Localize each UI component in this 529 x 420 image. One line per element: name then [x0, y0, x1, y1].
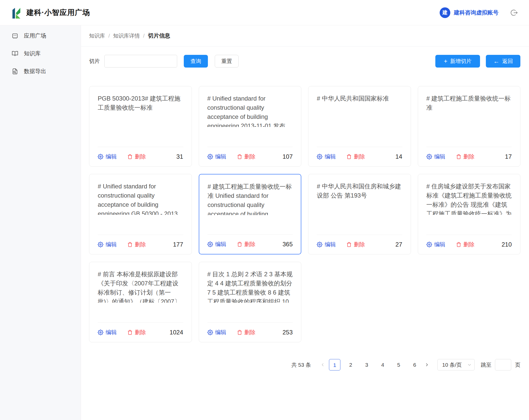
trash-icon — [237, 154, 242, 159]
sidebar-item-app-plaza[interactable]: 应用广场 — [0, 27, 81, 45]
slice-card[interactable]: # 中华人民共和国国家标准 编辑 删除 14 — [308, 86, 411, 167]
avatar[interactable]: 建 — [440, 7, 450, 18]
slice-text: PGB 50300-2013# 建筑工程施工质量验收统一标准 — [98, 94, 183, 127]
slice-text: # 建筑工程施工质量验收统一标准 Unified standard for co… — [208, 182, 293, 215]
reset-button[interactable]: 重置 — [215, 55, 239, 68]
trash-icon — [127, 154, 133, 159]
slice-card[interactable]: # 建筑工程施工质量验收统一标准 编辑 删除 17 — [418, 86, 521, 167]
slice-card[interactable]: # 前言 本标准是根据原建设部《关于印发〈2007年工程建设标准制订、修订计划（… — [89, 262, 192, 342]
edit-button[interactable]: 编辑 — [426, 153, 445, 160]
page-button-4[interactable]: 4 — [377, 359, 388, 370]
edit-button[interactable]: 编辑 — [207, 240, 226, 248]
delete-button[interactable]: 删除 — [346, 241, 365, 248]
breadcrumb: 知识库 / 知识库详情 / 切片信息 — [81, 25, 529, 46]
jump-to-input[interactable] — [495, 359, 511, 370]
card-footer: 编辑 删除 177 — [98, 235, 183, 254]
account-name[interactable]: 建科咨询虚拟账号 — [454, 9, 499, 17]
page-button-1[interactable]: 1 — [329, 359, 340, 370]
slice-count: 27 — [395, 241, 402, 248]
delete-button[interactable]: 删除 — [127, 329, 146, 336]
edit-button[interactable]: 编辑 — [98, 329, 117, 336]
jump-to-label: 跳至 — [481, 361, 491, 368]
breadcrumb-kb-detail[interactable]: 知识库详情 — [113, 32, 140, 39]
slice-text: # 目次 1 总则 2 术语 2 3 基本规定 4 4 建筑工程质量验收的划分 … — [207, 270, 293, 303]
gear-icon — [207, 330, 213, 335]
gear-icon — [98, 154, 103, 159]
data-export-icon — [12, 68, 18, 75]
slice-card[interactable]: # 中华人民共和国住房和城乡建设部 公告 第193号 编辑 删除 27 — [308, 174, 411, 254]
delete-button[interactable]: 删除 — [237, 329, 256, 336]
slice-text: # 中华人民共和国住房和城乡建设部 公告 第193号 — [317, 182, 402, 215]
account-area: 建 建科咨询虚拟账号 — [440, 7, 518, 18]
slice-count: 253 — [283, 329, 293, 336]
card-footer: 编辑 删除 14 — [317, 147, 402, 166]
slice-text: # 住房城乡建设部关于发布国家标准《建筑工程施工质量验收统一标准》的公告 现批准… — [426, 182, 512, 215]
prev-page-button[interactable] — [319, 359, 327, 370]
delete-button[interactable]: 删除 — [127, 153, 146, 160]
trash-icon — [127, 330, 133, 335]
card-footer: 编辑 删除 31 — [98, 147, 183, 166]
next-page-button[interactable] — [423, 359, 431, 370]
edit-button[interactable]: 编辑 — [426, 241, 445, 248]
edit-button[interactable]: 编辑 — [98, 241, 117, 248]
jump-page-suffix: 页 — [515, 361, 520, 368]
edit-button[interactable]: 编辑 — [317, 241, 336, 248]
delete-button[interactable]: 删除 — [456, 153, 475, 160]
card-footer: 编辑 删除 107 — [207, 147, 293, 166]
slice-card[interactable]: # 目次 1 总则 2 术语 2 3 基本规定 4 4 建筑工程质量验收的划分 … — [199, 262, 302, 342]
logout-icon[interactable] — [510, 9, 518, 17]
slice-text: # Unified standard for constructional qu… — [207, 94, 293, 127]
delete-button[interactable]: 删除 — [456, 241, 475, 248]
card-footer: 编辑 删除 17 — [426, 147, 512, 166]
edit-button[interactable]: 编辑 — [207, 153, 226, 160]
add-slice-button[interactable]: + 新增切片 — [435, 55, 480, 68]
app-plaza-icon — [12, 33, 18, 39]
slice-card[interactable]: PGB 50300-2013# 建筑工程施工质量验收统一标准 编辑 删除 31 — [89, 86, 192, 167]
slice-filter-label: 切片 — [89, 58, 100, 65]
page: 建科·小智应用广场 建 建科咨询虚拟账号 — [0, 0, 529, 420]
delete-button[interactable]: 删除 — [127, 241, 146, 248]
edit-button[interactable]: 编辑 — [317, 153, 336, 160]
slice-count: 107 — [283, 153, 293, 160]
back-button[interactable]: ← 返回 — [486, 55, 520, 68]
page-button-6[interactable]: 6 — [409, 359, 420, 370]
header: 建科·小智应用广场 建 建科咨询虚拟账号 — [0, 0, 529, 25]
page-button-5[interactable]: 5 — [393, 359, 404, 370]
gear-icon — [426, 242, 432, 247]
slice-card[interactable]: # 住房城乡建设部关于发布国家标准《建筑工程施工质量验收统一标准》的公告 现批准… — [418, 174, 521, 254]
gear-icon — [207, 154, 213, 159]
card-footer: 编辑 删除 1024 — [98, 322, 183, 342]
pagination: 共 53 条 1 2 3 4 5 6 10 条/页 跳至 页 — [81, 359, 520, 370]
plus-icon: + — [444, 58, 447, 64]
slice-card-selected[interactable]: # 建筑工程施工质量验收统一标准 Unified standard for co… — [199, 174, 302, 254]
trash-icon — [237, 330, 242, 335]
gear-icon — [98, 330, 103, 335]
gear-icon — [317, 242, 322, 247]
page-size-select[interactable]: 10 条/页 — [437, 359, 475, 370]
slice-card[interactable]: # Unified standard for constructional qu… — [199, 86, 302, 167]
knowledge-base-icon — [12, 50, 18, 57]
delete-button[interactable]: 删除 — [237, 153, 256, 160]
slice-filter-input[interactable] — [104, 55, 177, 68]
main-content: 知识库 / 知识库详情 / 切片信息 切片 查询 重置 + 新增切片 ← 返回 — [81, 25, 529, 420]
trash-icon — [346, 154, 352, 159]
sidebar-item-data-export[interactable]: 数据导出 — [0, 62, 81, 80]
delete-button[interactable]: 删除 — [346, 153, 365, 160]
pagination-total: 共 53 条 — [291, 361, 311, 368]
chevron-down-icon — [468, 363, 471, 367]
breadcrumb-knowledge-base[interactable]: 知识库 — [89, 32, 105, 39]
gear-icon — [207, 241, 213, 247]
page-button-2[interactable]: 2 — [345, 359, 356, 370]
query-button[interactable]: 查询 — [184, 55, 208, 68]
edit-button[interactable]: 编辑 — [98, 153, 117, 160]
slice-text: # Unified standard for constructional qu… — [98, 182, 183, 215]
edit-button[interactable]: 编辑 — [207, 329, 226, 336]
sidebar-item-label: 知识库 — [24, 50, 41, 57]
delete-button[interactable]: 删除 — [237, 240, 256, 248]
slice-count: 177 — [173, 241, 183, 248]
app-title: 建科·小智应用广场 — [26, 8, 90, 18]
page-button-3[interactable]: 3 — [361, 359, 372, 370]
slice-card[interactable]: # Unified standard for constructional qu… — [89, 174, 192, 254]
sidebar-item-knowledge-base[interactable]: 知识库 — [0, 45, 81, 62]
sidebar-item-label: 数据导出 — [24, 68, 46, 75]
